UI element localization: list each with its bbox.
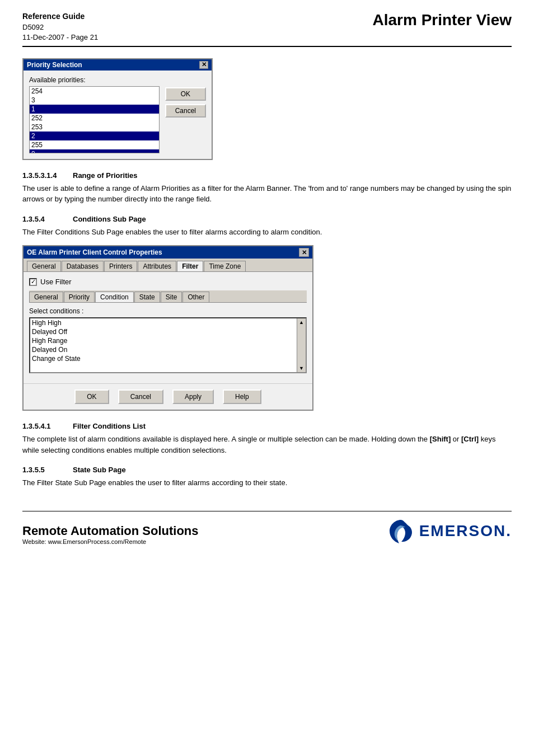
use-filter-row: ✓ Use Filter [29, 278, 307, 286]
select-conditions-label: Select conditions : [29, 307, 307, 315]
section-1355-heading-row: 1.3.5.5 State Sub Page [22, 466, 512, 474]
section-13541-num: 1.3.5.4.1 [22, 422, 67, 430]
oe-sub-tabs: General Priority Condition State Site Ot… [29, 290, 307, 303]
dialog-content: Available priorities: 254 3 1 252 253 2 … [24, 71, 212, 159]
oe-title-bar: OE Alarm Printer Client Control Properti… [24, 246, 312, 259]
oe-dialog-title: OE Alarm Printer Client Control Properti… [27, 248, 162, 256]
tab-filter[interactable]: Filter [177, 261, 203, 271]
dialog-title-bar: Priority Selection ✕ [24, 59, 212, 71]
section-13541-heading-row: 1.3.5.4.1 Filter Conditions List [22, 422, 512, 430]
list-item[interactable]: 2 [30, 132, 159, 140]
tab-printers[interactable]: Printers [104, 261, 137, 271]
list-item[interactable]: 253 [30, 123, 159, 132]
sub-tab-priority[interactable]: Priority [64, 292, 95, 302]
use-filter-label: Use Filter [40, 278, 72, 286]
list-item[interactable]: 3 [30, 96, 159, 105]
body-text-2: or [451, 435, 461, 443]
sub-tab-state[interactable]: State [134, 292, 160, 302]
company-name: Remote Automation Solutions [22, 524, 199, 538]
section-13541-heading: Filter Conditions List [73, 422, 146, 430]
priority-list[interactable]: 254 3 1 252 253 2 255 0 [29, 86, 160, 153]
website-link: Website: www.EmersonProcess.com/Remote [22, 538, 199, 545]
dialog-buttons: OK Cancel [165, 76, 206, 153]
conditions-list-wrapper: High High Delayed Off High Range Delayed… [29, 317, 307, 373]
page-title: Alarm Printer View [373, 11, 512, 29]
emerson-swirl-icon [387, 517, 415, 545]
doc-num: D5092 [22, 22, 98, 32]
use-filter-checkbox[interactable]: ✓ [29, 278, 37, 286]
section-1355-num: 1.3.5.5 [22, 466, 67, 474]
oe-cancel-button[interactable]: Cancel [118, 389, 163, 404]
section-1353-heading: Range of Priorities [73, 171, 138, 180]
conditions-list[interactable]: High High Delayed Off High Range Delayed… [29, 317, 307, 373]
sub-tab-condition[interactable]: Condition [95, 292, 134, 302]
date-page: 11-Dec-2007 - Page 21 [22, 32, 98, 43]
footer-left: Remote Automation Solutions Website: www… [22, 524, 199, 545]
oe-footer: OK Cancel Apply Help [24, 383, 312, 410]
ctrl-key-label: [Ctrl] [461, 435, 479, 443]
condition-item[interactable]: Delayed Off [30, 327, 297, 336]
section-1355-heading: State Sub Page [73, 466, 126, 474]
dialog-title: Priority Selection [27, 61, 82, 69]
oe-body: ✓ Use Filter General Priority Condition … [24, 272, 312, 379]
ok-button[interactable]: OK [165, 87, 206, 101]
close-icon[interactable]: ✕ [199, 61, 208, 69]
section-13541-body: The complete list of alarm conditions av… [22, 434, 512, 456]
tab-databases[interactable]: Databases [62, 261, 104, 271]
list-item[interactable]: 252 [30, 114, 159, 123]
page-header: Reference Guide D5092 11-Dec-2007 - Page… [22, 11, 512, 47]
scroll-up-icon[interactable]: ▲ [298, 318, 305, 326]
section-1353-heading-row: 1.3.5.3.1.4 Range of Priorities [22, 171, 512, 180]
section-1353-num: 1.3.5.3.1.4 [22, 171, 67, 180]
cancel-button[interactable]: Cancel [165, 104, 206, 118]
oe-ok-button[interactable]: OK [74, 389, 109, 404]
list-item[interactable]: 254 [30, 87, 159, 96]
available-priorities-label: Available priorities: [29, 76, 160, 84]
oe-alarm-dialog: OE Alarm Printer Client Control Properti… [22, 245, 313, 411]
header-left: Reference Guide D5092 11-Dec-2007 - Page… [22, 11, 98, 43]
oe-help-button[interactable]: Help [223, 389, 261, 404]
section-1353-body: The user is able to define a range of Al… [22, 183, 512, 205]
section-135-body: The Filter Conditions Sub Page enables t… [22, 227, 512, 238]
list-item[interactable]: 255 [30, 140, 159, 149]
condition-item[interactable]: Delayed On [30, 345, 297, 354]
oe-main-tabs: General Databases Printers Attributes Fi… [24, 259, 312, 272]
list-item[interactable]: 0 [30, 149, 159, 153]
priority-selection-dialog: Priority Selection ✕ Available prioritie… [22, 58, 213, 160]
dialog-left: Available priorities: 254 3 1 252 253 2 … [29, 76, 160, 153]
list-item[interactable]: 1 [30, 105, 159, 114]
oe-apply-button[interactable]: Apply [172, 389, 214, 404]
emerson-brand: EMERSON. [419, 522, 512, 540]
ref-guide-title: Reference Guide [22, 11, 98, 22]
shift-key-label: [Shift] [430, 435, 451, 443]
oe-close-icon[interactable]: ✕ [299, 248, 309, 257]
section-135-heading: Conditions Sub Page [73, 215, 146, 223]
page-footer: Remote Automation Solutions Website: www… [22, 511, 512, 545]
emerson-logo: EMERSON. [387, 517, 512, 545]
section-1355-body: The Filter State Sub Page enables the us… [22, 477, 512, 489]
sub-tab-general[interactable]: General [29, 292, 63, 302]
tab-timezone[interactable]: Time Zone [204, 261, 246, 271]
body-text-1: The complete list of alarm conditions av… [22, 435, 430, 443]
scrollbar[interactable]: ▲ ▼ [297, 318, 306, 372]
sub-tab-site[interactable]: Site [161, 292, 182, 302]
section-135-num: 1.3.5.4 [22, 215, 67, 223]
condition-item[interactable]: Change of State [30, 354, 297, 363]
scroll-down-icon[interactable]: ▼ [298, 364, 305, 372]
sub-tab-other[interactable]: Other [182, 292, 209, 302]
tab-general[interactable]: General [27, 261, 61, 271]
condition-item[interactable]: High Range [30, 336, 297, 345]
condition-item[interactable]: High High [30, 318, 297, 327]
tab-attributes[interactable]: Attributes [138, 261, 176, 271]
section-135-heading-row: 1.3.5.4 Conditions Sub Page [22, 215, 512, 223]
